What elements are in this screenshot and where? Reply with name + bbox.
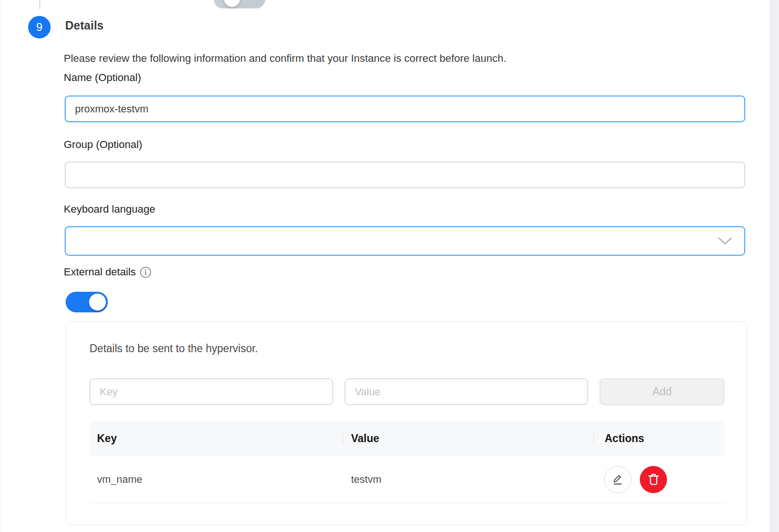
group-label: Group (Optional): [64, 139, 142, 151]
details-table: Key Value Actions vm_name testvm: [90, 421, 725, 503]
external-details-label-row: External details: [64, 266, 151, 278]
chevron-down-icon: [718, 237, 732, 245]
header-actions: Actions: [593, 432, 725, 445]
value-input[interactable]: [345, 378, 588, 405]
table-header: Key Value Actions: [90, 421, 725, 456]
external-details-label: External details: [64, 266, 136, 278]
scrollbar-track[interactable]: [770, 0, 779, 532]
header-value: Value: [343, 432, 593, 445]
row-actions-cell: [593, 466, 725, 493]
row-key-cell: vm_name: [90, 473, 343, 486]
name-input[interactable]: [65, 96, 745, 122]
hypervisor-description: Details to be sent to the hypervisor.: [90, 342, 258, 355]
step-connector-line: [39, 0, 40, 9]
table-row: vm_name testvm: [90, 456, 725, 503]
header-key: Key: [90, 432, 343, 445]
keyboard-language-label: Keyboard language: [64, 203, 155, 215]
step-number-badge: 9: [28, 16, 51, 38]
pencil-icon: [612, 473, 624, 486]
page-title: Details: [65, 19, 104, 32]
key-input[interactable]: [90, 378, 333, 405]
name-label: Name (Optional): [64, 72, 141, 84]
group-input[interactable]: [65, 162, 745, 188]
trash-icon: [647, 473, 660, 486]
add-button[interactable]: Add: [599, 378, 725, 405]
header-divider: [343, 433, 343, 444]
intro-text: Please review the following information …: [64, 52, 506, 65]
external-details-panel: Details to be sent to the hypervisor. Ad…: [66, 321, 747, 525]
toggle-knob: [89, 294, 106, 310]
external-details-toggle[interactable]: [66, 292, 108, 312]
keyboard-language-select[interactable]: [65, 226, 745, 256]
page-left-border: [1, 0, 1, 532]
row-value-cell: testvm: [343, 473, 593, 486]
delete-row-button[interactable]: [640, 466, 667, 493]
previous-step-toggle[interactable]: [214, 0, 265, 8]
edit-row-button[interactable]: [604, 466, 631, 493]
details-step-page: 9 Details Please review the following in…: [0, 0, 779, 532]
toggle-knob: [224, 0, 240, 7]
header-divider: [593, 433, 594, 444]
info-icon[interactable]: [140, 266, 151, 278]
